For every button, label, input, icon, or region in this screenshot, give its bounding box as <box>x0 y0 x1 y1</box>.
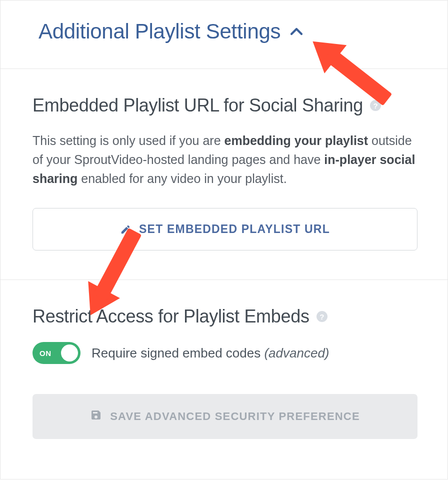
require-signed-embed-toggle[interactable]: ON <box>32 342 80 364</box>
save-advanced-security-preference-label: SAVE ADVANCED SECURITY PREFERENCE <box>110 410 360 423</box>
embedded-url-description: This setting is only used if you are emb… <box>32 131 418 188</box>
save-advanced-security-preference-button: SAVE ADVANCED SECURITY PREFERENCE <box>32 394 418 439</box>
additional-playlist-settings-title: Additional Playlist Settings <box>38 20 280 44</box>
pencil-icon <box>120 224 131 235</box>
save-icon <box>90 409 102 424</box>
chevron-up-icon <box>290 26 304 37</box>
help-icon[interactable]: ? <box>370 100 381 111</box>
embedded-url-title: Embedded Playlist URL for Social Sharing… <box>32 95 418 116</box>
toggle-knob <box>61 344 78 362</box>
additional-playlist-settings-header[interactable]: Additional Playlist Settings <box>38 20 418 44</box>
toggle-state-label: ON <box>40 349 52 358</box>
help-icon[interactable]: ? <box>316 311 328 322</box>
restrict-access-title: Restrict Access for Playlist Embeds ? <box>32 306 418 327</box>
require-signed-embed-label: Require signed embed codes (advanced) <box>92 346 330 361</box>
set-embedded-playlist-url-label: SET EMBEDDED PLAYLIST URL <box>139 222 330 236</box>
set-embedded-playlist-url-button[interactable]: SET EMBEDDED PLAYLIST URL <box>32 208 418 250</box>
